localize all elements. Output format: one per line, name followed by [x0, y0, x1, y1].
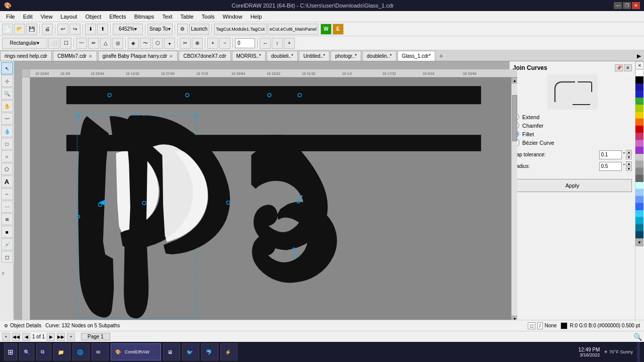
add-page-nav-button[interactable]: +: [2, 333, 10, 341]
taskbar-app3[interactable]: 🐬: [201, 343, 218, 360]
import-button[interactable]: ⬇: [85, 24, 96, 35]
restore-button[interactable]: ❐: [623, 2, 631, 9]
smart-fill-tool[interactable]: 💧: [1, 125, 13, 137]
new-button[interactable]: 📄: [2, 24, 13, 35]
snap-to-button[interactable]: Snap To ▾: [147, 24, 173, 35]
color-swatch-lightcyan[interactable]: [635, 182, 643, 189]
taskbar-search[interactable]: 🔍: [19, 343, 34, 360]
add-tab-button[interactable]: +: [436, 51, 446, 61]
polygon-tool[interactable]: ⬠: [1, 163, 13, 175]
color-swatch-darkblue[interactable]: [635, 83, 643, 90]
gap-tolerance-up[interactable]: ▲: [626, 150, 632, 154]
vscroll-thumb[interactable]: [512, 95, 517, 141]
tab-cbmmx7[interactable]: CBMMx7.cdr ✕: [53, 51, 97, 61]
page-tab[interactable]: Page 1: [81, 333, 110, 340]
vscroll-down-button[interactable]: ▼: [512, 316, 517, 320]
tab-photogr[interactable]: photogr..*: [331, 51, 361, 61]
zoom-input-btn[interactable]: 6452%▾: [113, 24, 143, 35]
add-node-btn[interactable]: +: [207, 38, 218, 49]
color-swatch-pink[interactable]: [635, 140, 643, 147]
gap-tolerance-down[interactable]: ▼: [626, 155, 632, 159]
eyedropper-tool[interactable]: 💉: [1, 238, 13, 250]
color-swatch-medgray[interactable]: [635, 168, 643, 175]
eraser-tool[interactable]: ◻: [1, 251, 13, 263]
blend-tool[interactable]: ≋: [1, 213, 13, 225]
vertical-scrollbar[interactable]: ▲ ▼: [511, 77, 517, 320]
taskbar-app1[interactable]: 🖥: [163, 343, 180, 360]
drawing-area[interactable]: [30, 77, 517, 320]
color-swatch-purple[interactable]: [635, 147, 643, 154]
tab-rings[interactable]: rings need help.cdr: [0, 51, 52, 61]
symmetrical-btn[interactable]: ⬡: [152, 38, 163, 49]
menu-text[interactable]: Text: [158, 13, 176, 21]
color-swatch-yellow[interactable]: [635, 112, 643, 119]
zoom-fit-button[interactable]: 🔍: [633, 333, 642, 341]
open-button[interactable]: 📂: [14, 24, 25, 35]
no-color-swatch[interactable]: ✕: [635, 61, 643, 69]
last-page-button[interactable]: ▶▶: [57, 333, 65, 341]
connector-tool[interactable]: ⋯: [1, 201, 13, 213]
launch-button[interactable]: Launch: [189, 24, 210, 35]
menu-edit[interactable]: Edit: [19, 13, 37, 21]
ellipse-tool[interactable]: ○: [1, 150, 13, 162]
freehand-tool[interactable]: 〰: [1, 113, 13, 125]
bezier-btn[interactable]: ✏: [88, 38, 99, 49]
color-swatch-black[interactable]: [635, 76, 643, 83]
undo-button[interactable]: ↩: [57, 24, 68, 35]
taskbar-coreldraw[interactable]: 🎨CorelDRAW: [111, 343, 161, 360]
print-button[interactable]: 🖨: [42, 24, 53, 35]
color-swatch-darkgray[interactable]: [635, 175, 643, 182]
gap-tolerance-input[interactable]: [599, 150, 622, 159]
color-swatch-cornflower[interactable]: [635, 196, 643, 203]
dimension-tool[interactable]: ↔: [1, 188, 13, 200]
panel-pin-button[interactable]: 📌: [615, 64, 623, 71]
freehand-pick-tool[interactable]: ⊹: [1, 75, 13, 87]
tab-close-giraffe[interactable]: ✕: [169, 54, 173, 59]
deselect-btn[interactable]: ☐: [60, 38, 71, 49]
text-tool[interactable]: A: [1, 175, 13, 188]
menu-file[interactable]: File: [2, 13, 19, 21]
minimize-button[interactable]: —: [614, 2, 622, 9]
tabs-more-button[interactable]: ▶: [634, 51, 644, 61]
color-swatch-blue[interactable]: [635, 90, 643, 98]
tab-giraffe[interactable]: giraffe Baby Plaque harry.cdr ✕: [98, 51, 178, 61]
select-tool[interactable]: ↖: [1, 62, 13, 74]
tab-glass1[interactable]: Glass_1.cdr*: [397, 51, 435, 61]
x-position-input[interactable]: [235, 38, 255, 48]
apply-button[interactable]: Apply: [513, 179, 632, 192]
color-swatch-medblue[interactable]: [635, 203, 643, 210]
menu-help[interactable]: Help: [247, 13, 266, 21]
color-swatch-navy[interactable]: [635, 231, 643, 238]
taskbar-app2[interactable]: 🐦: [182, 343, 199, 360]
color-swatch-skyblue[interactable]: [635, 210, 643, 217]
mirror-v-btn[interactable]: ↕: [272, 38, 283, 49]
show-desktop-button[interactable]: [637, 342, 640, 362]
freehand-btn[interactable]: 〰: [76, 38, 87, 49]
w-button[interactable]: W: [320, 24, 332, 35]
color-swatch-lightgray[interactable]: [635, 154, 643, 161]
export-button[interactable]: ⬆: [97, 24, 108, 35]
menu-bitmaps[interactable]: Bitmaps: [130, 13, 158, 21]
node-edit-btn[interactable]: ◈: [128, 38, 139, 49]
menu-effects[interactable]: Effects: [105, 13, 130, 21]
color-swatch-green[interactable]: [635, 98, 643, 105]
taskbar-ie[interactable]: 🌐: [72, 343, 90, 360]
tab-cbox7[interactable]: CBOX7doneX7.cdr: [179, 51, 230, 61]
redo-button[interactable]: ↪: [69, 24, 80, 35]
prev-page-button[interactable]: ◀: [22, 333, 30, 341]
vscroll-up-button[interactable]: ▲: [512, 77, 517, 83]
taskbar-explorer[interactable]: 📁: [53, 343, 70, 360]
drawing-canvas[interactable]: 16 23/64 16 3/8 16 25/64 16 13/32 16 27/…: [22, 69, 517, 320]
color-more-button[interactable]: ▼: [635, 238, 643, 246]
smooth-btn[interactable]: 〜: [140, 38, 151, 49]
taskbar-taskview[interactable]: ⧉: [36, 343, 51, 360]
first-page-button[interactable]: ◀◀: [12, 333, 20, 341]
color-swatch-pink-red[interactable]: [635, 133, 643, 140]
tab-doublelin[interactable]: doublelin..*: [362, 51, 396, 61]
tab-doubleli[interactable]: doubleli..*: [267, 51, 298, 61]
radius-up[interactable]: ▲: [626, 161, 632, 166]
color-swatch-orange[interactable]: [635, 119, 643, 126]
tab-morris[interactable]: MORRIS..*: [232, 51, 266, 61]
color-swatch-lightblue[interactable]: [635, 189, 643, 196]
add-page-end-button[interactable]: +: [67, 333, 75, 341]
